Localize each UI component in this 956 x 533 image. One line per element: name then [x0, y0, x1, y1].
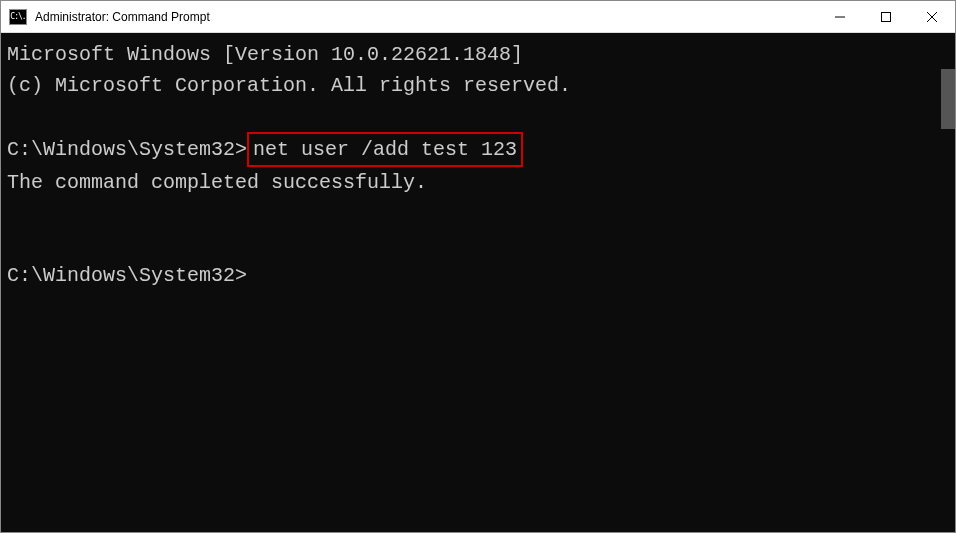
maximize-button[interactable] — [863, 1, 909, 32]
svg-rect-1 — [882, 12, 891, 21]
version-line: Microsoft Windows [Version 10.0.22621.18… — [7, 43, 523, 66]
cmd-icon: C:\. — [9, 9, 27, 25]
window-title: Administrator: Command Prompt — [35, 10, 817, 24]
command-text: net user /add test 123 — [253, 138, 517, 161]
command-highlight: net user /add test 123 — [247, 132, 523, 167]
close-button[interactable] — [909, 1, 955, 32]
blank-line — [7, 101, 955, 132]
minimize-button[interactable] — [817, 1, 863, 32]
window-titlebar: C:\. Administrator: Command Prompt — [1, 1, 955, 33]
blank-line — [7, 198, 955, 229]
prompt-2: C:\Windows\System32> — [7, 264, 247, 287]
terminal-area[interactable]: Microsoft Windows [Version 10.0.22621.18… — [1, 33, 955, 532]
result-line: The command completed successfully. — [7, 171, 427, 194]
copyright-line: (c) Microsoft Corporation. All rights re… — [7, 74, 571, 97]
prompt-1: C:\Windows\System32> — [7, 138, 247, 161]
vertical-scrollbar[interactable] — [941, 69, 955, 129]
terminal-content[interactable]: Microsoft Windows [Version 10.0.22621.18… — [1, 33, 955, 532]
window-controls — [817, 1, 955, 32]
